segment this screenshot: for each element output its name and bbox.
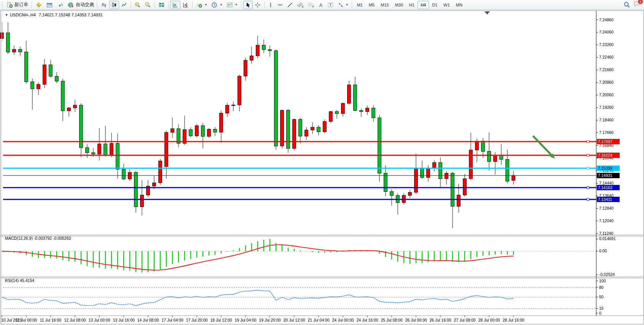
rsi-tick-label: 15 [599, 306, 604, 311]
macd-tick-label: -0.02524 [599, 272, 615, 277]
line-anchor-handle [587, 167, 589, 169]
horizontal-line-icon [277, 2, 283, 8]
timeframe-button-H1[interactable]: H1 [406, 1, 418, 9]
text-button[interactable]: A [316, 1, 325, 9]
search-icon[interactable] [623, 2, 630, 8]
text-label-button[interactable]: T [325, 1, 336, 9]
periods-button[interactable]: ▼ [209, 1, 225, 9]
toolbar-separator [192, 1, 193, 8]
clock-icon [211, 2, 218, 8]
toolbar-separator [168, 1, 169, 8]
price-line-tag: 7.14163 [597, 185, 620, 190]
price-tick-label: 7.17660 [599, 130, 614, 135]
crosshair-icon [255, 2, 261, 8]
rsi-tick-label: 100 [599, 279, 606, 283]
price-tag-label: 7.14163 [598, 185, 612, 190]
candle [293, 119, 296, 150]
price-tick-label: 7.12840 [599, 206, 614, 210]
top-toolbar: 新订单 自动交易 ▼ [0, 0, 644, 10]
tile-windows-button[interactable] [156, 1, 167, 9]
line-chart-button[interactable] [119, 1, 129, 9]
gold-nugget-icon [35, 2, 42, 8]
data-window-button[interactable] [44, 1, 55, 9]
price-line-tag: 7.13411 [597, 197, 620, 202]
indicators-icon [196, 2, 202, 8]
toolbar-drag-handle[interactable] [2, 2, 3, 8]
zoom-in-icon [134, 2, 141, 8]
chevron-down-icon: ▼ [346, 3, 349, 6]
time-axis-label: 11 Jul 00:00 [16, 318, 37, 322]
toolbar-separator [155, 1, 155, 8]
time-axis-label: 12 Jul 08:00 [64, 318, 86, 322]
chevron-down-icon: ▼ [220, 3, 223, 6]
new-order-label: 新订单 [14, 2, 28, 8]
text-icon: A [318, 2, 324, 8]
line-chart-icon [121, 2, 127, 8]
candle [329, 111, 333, 123]
timeframe-button-H4[interactable]: H4 [418, 1, 429, 9]
notification-badge: 1 [638, 0, 643, 5]
chart-shift-button[interactable] [180, 1, 191, 9]
signal-button[interactable] [55, 1, 65, 9]
svg-text:E: E [302, 5, 304, 8]
bar-chart-button[interactable] [99, 1, 109, 9]
zoom-out-button[interactable] [143, 1, 153, 9]
toolbar-drag-handle[interactable] [241, 2, 242, 8]
time-axis-label: 28 Jul 16:00 [502, 318, 524, 322]
price-tick-label: 7.14440 [599, 181, 614, 185]
gold-nugget-button[interactable] [33, 1, 44, 9]
text-label-icon: T [327, 2, 334, 8]
price-tag-label: 7.13411 [598, 197, 612, 202]
auto-trading-button[interactable]: 自动交易 [65, 1, 96, 9]
time-axis-label: 14 Jul 08:00 [137, 318, 159, 322]
price-line-tag: 7.14931 [597, 173, 620, 178]
time-axis-label: 11 Jul 16:00 [40, 318, 62, 322]
rsi-tick-label: 80 [599, 285, 604, 290]
horizontal-line-button[interactable] [275, 1, 285, 9]
candle [134, 171, 138, 213]
time-axis-label: 26 Jul 16:00 [429, 318, 451, 322]
time-axis-label: 28 Jul 00:00 [478, 318, 500, 322]
line-anchor-handle [587, 154, 589, 156]
trendline-button[interactable] [285, 1, 295, 9]
price-tick-label: 7.20860 [599, 80, 614, 84]
notifications-button[interactable]: 1 [633, 1, 641, 9]
candle [274, 49, 278, 150]
candle [378, 115, 381, 182]
auto-scroll-button[interactable] [170, 1, 180, 9]
candle [207, 128, 211, 138]
chart-canvas[interactable]: 7.248607.240607.232607.224607.216607.208… [0, 0, 644, 325]
crosshair-button[interactable] [253, 1, 263, 9]
equidistant-channel-button[interactable]: E [295, 1, 306, 9]
bar-chart-icon [101, 2, 107, 8]
timeframe-button-M5[interactable]: M5 [366, 1, 378, 9]
zoom-in-button[interactable] [132, 1, 143, 9]
timeframe-button-MN[interactable]: MN [453, 1, 465, 9]
indicators-button[interactable]: ▼ [194, 1, 209, 9]
toolbar-separator [264, 1, 265, 8]
templates-button[interactable]: ▼ [225, 1, 240, 9]
timeframe-button-M15[interactable]: M15 [378, 1, 392, 9]
signal-icon [57, 2, 64, 8]
equidistant-channel-icon: E [297, 2, 304, 8]
time-axis-label: 13 Jul 16:00 [113, 318, 134, 322]
svg-text:F: F [312, 5, 314, 8]
timeframe-button-D1[interactable]: D1 [429, 1, 440, 9]
price-tick-label: 7.20060 [599, 92, 614, 97]
price-tag-label: 7.14931 [598, 173, 612, 178]
toolbar-drag-handle[interactable] [352, 2, 353, 8]
candlestick-chart-button[interactable] [109, 1, 119, 9]
macd-tick-label: 0.00 [599, 249, 607, 253]
timeframe-toolbar: M1M5M15M30H1H4D1W1MN [354, 1, 465, 9]
tile-windows-icon [158, 2, 165, 8]
timeframe-button-M1[interactable]: M1 [354, 1, 366, 9]
toolbar-drag-handle[interactable] [97, 2, 98, 8]
fibonacci-button[interactable]: F [306, 1, 316, 9]
vertical-line-button[interactable] [266, 1, 275, 9]
cursor-button[interactable] [243, 1, 253, 9]
timeframe-button-W1[interactable]: W1 [440, 1, 453, 9]
timeframe-button-M30[interactable]: M30 [392, 1, 406, 9]
arrows-button[interactable]: ▼ [336, 1, 351, 9]
new-order-button[interactable]: 新订单 [5, 1, 30, 9]
price-line-tag: 7.15399 [597, 166, 620, 171]
